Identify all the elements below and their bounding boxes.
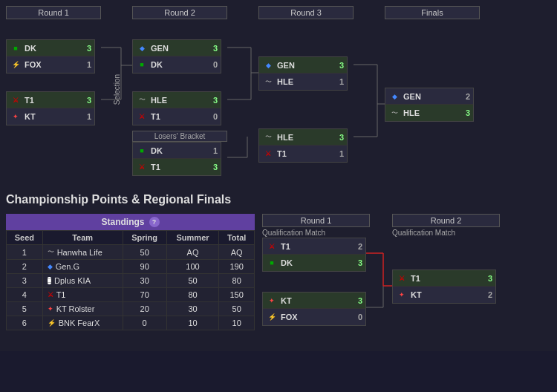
team-name: HLE xyxy=(277,77,332,86)
gen-icon: ◆ xyxy=(262,59,274,71)
team-name: DK xyxy=(25,44,79,53)
kt-icon: ✦ xyxy=(266,295,278,307)
kt-icon: ✦ xyxy=(10,111,22,122)
table-row: ◆ GEN 3 xyxy=(259,57,347,74)
hle-icon: 〜 xyxy=(136,94,148,106)
team-name: HLE xyxy=(151,96,206,105)
total-cell: AQ xyxy=(219,245,255,260)
fox-icon: ⚡ xyxy=(266,311,278,323)
summer-cell: AQ xyxy=(166,245,219,260)
total-cell: 80 xyxy=(219,274,255,288)
col-team: Team xyxy=(42,231,123,245)
finals-label: Finals xyxy=(385,6,480,22)
total-cell: 190 xyxy=(219,260,255,274)
seed-cell: 2 xyxy=(7,260,43,274)
team-score: 3 xyxy=(461,108,470,117)
bracket-section: Round 1 Round 2 Round 3 Finals ■ DK 3 ⚡ … xyxy=(0,0,557,186)
dk-icon: ■ xyxy=(136,145,148,157)
team-cell: ⚡ BNK FearX xyxy=(42,316,123,330)
table-row: ✦ KT 2 xyxy=(393,287,495,303)
team-score: 3 xyxy=(354,296,362,305)
seed-cell: 6 xyxy=(7,316,43,330)
team-score: 3 xyxy=(483,274,492,283)
team-cell: ◆ Gen.G xyxy=(42,260,123,274)
table-row: ⚔ T1 2 xyxy=(263,238,365,255)
team-name: Dplus KIA xyxy=(54,276,91,285)
lower-section: Championship Points & Regional Finals St… xyxy=(0,186,557,351)
team-score: 3 xyxy=(209,163,218,172)
team-name: HLE xyxy=(403,108,458,117)
standings-title: Standings ? xyxy=(6,214,255,230)
team-name: KT Rolster xyxy=(56,304,95,313)
qual-r1-match1: ⚔ T1 2 ■ DK 3 xyxy=(262,238,366,272)
spring-cell: 30 xyxy=(123,274,166,288)
r2-match1: ◆ GEN 3 ■ DK 0 xyxy=(132,39,221,74)
round2-label: Round 2 xyxy=(132,6,227,22)
t1-icon: ⚔ xyxy=(266,241,278,252)
finals-match: ◆ GEN 2 〜 HLE 3 xyxy=(385,88,474,122)
qual-r2-match1: ⚔ T1 3 ✦ KT 2 xyxy=(392,270,496,304)
table-row: 〜 HLE 3 xyxy=(259,129,347,146)
table-row: 〜 HLE 3 xyxy=(133,92,221,108)
table-row: 〜 HLE 3 xyxy=(385,105,473,121)
col-spring: Spring xyxy=(123,231,166,245)
table-row: ■ DK 3 xyxy=(263,255,365,271)
table-row: ⚔ T1 0 xyxy=(133,108,221,125)
table-row: ⚔ T1 3 xyxy=(133,159,221,175)
table-row: ◆ GEN 3 xyxy=(133,40,221,56)
spring-cell: 70 xyxy=(123,288,166,302)
t1-icon: ⚔ xyxy=(136,111,148,122)
summer-cell: 80 xyxy=(166,288,219,302)
team-logo-icon: ⚡ xyxy=(48,319,56,327)
fox-icon: ⚡ xyxy=(10,59,22,71)
team-cell: 〜 Hanwha Life xyxy=(42,245,123,260)
team-score: 1 xyxy=(209,146,218,155)
team-cell: □ Dplus KIA xyxy=(42,274,123,288)
section-title: Championship Points & Regional Finals xyxy=(6,193,551,206)
gen-icon: ◆ xyxy=(388,91,400,102)
team-score: 3 xyxy=(209,44,218,53)
team-name: DK xyxy=(281,258,351,267)
round3-label: Round 3 xyxy=(258,6,354,22)
t1-icon: ⚔ xyxy=(136,161,148,173)
round1-label: Round 1 xyxy=(6,6,101,22)
summer-cell: 100 xyxy=(166,260,219,274)
t1-icon: ⚔ xyxy=(10,94,22,106)
table-row: ⚡ FOX 0 xyxy=(263,309,365,325)
hle-icon: 〜 xyxy=(388,107,400,119)
gen-icon: ◆ xyxy=(136,42,148,54)
table-row: 3 □ Dplus KIA 30 50 80 xyxy=(7,274,255,288)
team-name: T1 xyxy=(411,274,481,283)
qual-r2-label: Round 2 xyxy=(392,214,500,230)
team-score: 2 xyxy=(354,242,362,251)
seed-cell: 1 xyxy=(7,245,43,260)
total-cell: 150 xyxy=(219,288,255,302)
col-summer: Summer xyxy=(166,231,219,245)
dk-icon: ■ xyxy=(136,59,148,71)
team-cell: ✦ KT Rolster xyxy=(42,302,123,316)
standings-table: Seed Team Spring Summer Total 1 〜 Hanwha… xyxy=(6,230,255,330)
team-name: DK xyxy=(151,146,206,155)
team-score: 0 xyxy=(354,313,362,321)
team-logo-icon: ✦ xyxy=(48,305,53,313)
team-score: 1 xyxy=(82,112,91,121)
team-name: GEN xyxy=(403,92,458,101)
help-icon[interactable]: ? xyxy=(149,217,160,227)
team-score: 3 xyxy=(82,44,91,53)
total-cell: 50 xyxy=(219,302,255,316)
team-name: KT xyxy=(25,112,79,121)
hle-icon: 〜 xyxy=(262,131,274,143)
team-name: T1 xyxy=(25,96,79,105)
team-name: DK xyxy=(151,60,206,69)
r1-match2: ⚔ T1 3 ✦ KT 1 xyxy=(6,91,95,125)
r2-losers-match: ■ DK 1 ⚔ T1 3 xyxy=(132,142,221,176)
team-score: 3 xyxy=(354,258,362,267)
table-row: 2 ◆ Gen.G 90 100 190 xyxy=(7,260,255,274)
seed-cell: 4 xyxy=(7,288,43,302)
selection-label: Selection xyxy=(102,58,131,121)
team-name: Gen.G xyxy=(56,262,79,271)
team-logo-icon: ⚔ xyxy=(48,291,53,298)
team-score: 3 xyxy=(335,61,344,70)
team-name: GEN xyxy=(151,44,206,53)
table-row: 6 ⚡ BNK FearX 0 10 10 xyxy=(7,316,255,330)
